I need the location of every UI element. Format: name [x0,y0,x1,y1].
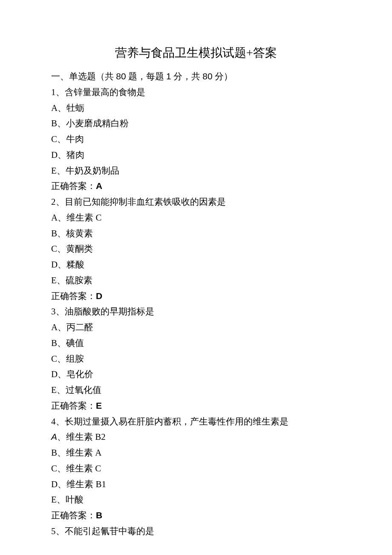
option: A、牡蛎 [51,100,341,116]
q-text: 、含锌量最高的食物是 [56,87,145,97]
section-per: 1 [166,71,171,81]
option: B、核黄素 [51,226,341,241]
section-suffix: 分） [213,71,233,81]
option: A、维生素 B2 [51,429,341,445]
question-stem: 5、不能引起氰苷中毒的是 [51,523,341,539]
answer-value: E [96,401,102,410]
question-stem: 4、长期过量摄入易在肝脏内蓄积，产生毒性作用的维生素是 [51,414,341,430]
answer-label: 正确答案： [51,291,96,301]
question-stem: 3、油脂酸败的早期指标是 [51,304,341,320]
q-text: 、目前已知能抑制非血红素铁吸收的因素是 [56,197,226,207]
q-num: 2 [51,197,56,207]
option: C、黄酮类 [51,241,341,257]
option: D、猪肉 [51,147,341,163]
option-text: 、黄酮类 [57,244,93,254]
question-stem: 2、目前已知能抑制非血红素铁吸收的因素是 [51,194,341,210]
section-header: 一、单选题（共 80 题，每题 1 分，共 80 分） [51,69,341,84]
answer-line: 正确答案：B [51,508,341,523]
option-text: 、维生素 C [57,463,101,474]
option-text: 、牛肉 [57,134,84,144]
answer-value: B [96,510,102,520]
option-text: 、碘值 [57,338,84,348]
question-stem: 1、含锌量最高的食物是 [51,84,341,100]
option-text: 、丙二醛 [58,322,93,332]
answer-line: 正确答案：E [51,398,341,414]
option: D、皂化价 [51,366,341,382]
option-text: 、牛奶及奶制品 [57,166,119,176]
option: B、维生素 A [51,445,341,461]
option-text: 、组胺 [57,354,84,364]
q-num: 4 [51,416,56,427]
document-title: 营养与食品卫生模拟试题+答案 [51,45,341,61]
answer-line: 正确答案：D [51,288,341,304]
option-text: 、维生素 B2 [57,432,106,442]
option: E、硫胺素 [51,273,341,288]
q-num: 1 [51,87,56,97]
option: C、维生素 C [51,461,341,477]
option-text: 、小麦磨成精白粉 [57,118,129,128]
answer-label: 正确答案： [51,401,96,411]
option-text: 、皂化价 [58,369,93,379]
option-text: 、牡蛎 [58,103,84,113]
answer-label: 正确答案： [51,181,96,191]
q-text: 、长期过量摄入易在肝脏内蓄积，产生毒性作用的维生素是 [56,416,288,427]
option-text: 、过氧化值 [57,385,101,395]
option: E、过氧化值 [51,382,341,398]
section-mid: 题，每题 [126,71,167,81]
option: B、小麦磨成精白粉 [51,116,341,131]
q-num: 5 [51,526,56,536]
answer-value: D [96,291,102,301]
option: C、牛肉 [51,131,341,147]
option: E、叶酸 [51,492,341,508]
section-prefix: 一、单选题（共 [51,71,116,81]
q-num: 3 [51,306,56,317]
option: A、维生素 C [51,210,341,226]
option-text: 、维生素 B1 [58,479,106,489]
answer-label: 正确答案： [51,510,96,520]
option-text: 、糅酸 [58,259,84,270]
option: E、牛奶及奶制品 [51,163,341,179]
section-mid2: 分，共 [171,71,203,81]
section-total: 80 [116,71,126,81]
option-text: 、硫胺素 [57,275,92,285]
option: B、碘值 [51,335,341,351]
option: D、糅酸 [51,257,341,273]
q-text: 、不能引起氰苷中毒的是 [56,526,154,536]
answer-line: 正确答案：A [51,178,341,194]
option: D、维生素 B1 [51,477,341,492]
option-text: 、核黄素 [57,228,93,238]
option: A、丙二醛 [51,320,341,335]
q-text: 、油脂酸败的早期指标是 [56,306,154,317]
option-text: 、猪肉 [58,150,84,160]
option-text: 、维生素 C [58,212,101,223]
option-text: 、维生素 A [57,447,101,458]
option: C、组胺 [51,351,341,367]
section-score: 80 [202,71,212,81]
option-text: 、叶酸 [57,494,84,505]
answer-value: A [96,181,102,191]
